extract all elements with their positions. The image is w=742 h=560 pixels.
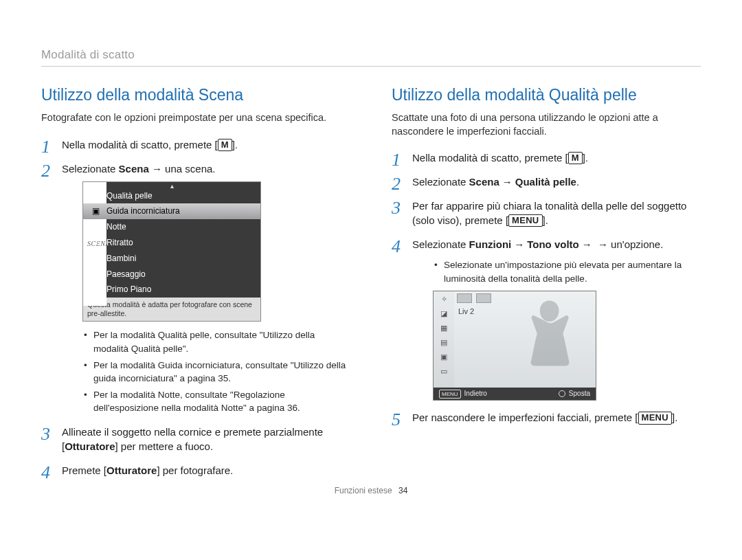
step-text: Selezionate (412, 238, 469, 250)
cam-bottom-bar: MENU Indietro Sposta (434, 388, 596, 400)
cam-back-label: Indietro (464, 389, 487, 399)
page-number: 34 (398, 486, 407, 495)
step-bold: Qualità pelle (515, 176, 576, 188)
night-icon: ◐ (90, 221, 101, 233)
step-text: Selezionate (412, 176, 469, 188)
page-footer: Funzioni estese 34 (0, 486, 742, 495)
steps-beauty: 1 Nella modalità di scatto, premete [M].… (392, 150, 701, 425)
header-divider (41, 66, 701, 67)
scene-menu-box: SCENE ▴ ✿Qualità pelle ▣Guida incornicia… (82, 181, 261, 322)
step-number: 1 (392, 148, 401, 172)
scene-item-paesaggio: ▲Paesaggio (83, 267, 260, 282)
mode-key-icon: M (568, 152, 583, 164)
note-item: Selezionate un'impostazione più elevata … (434, 258, 701, 285)
children-icon: ☻ (90, 253, 101, 265)
scene-item-label: Notte (106, 221, 126, 233)
note-item: Per la modalità Guida incorniciatura, co… (84, 359, 350, 385)
scene-item-ritratto: ☺Ritratto (83, 235, 260, 251)
scene-notes: Per la modalità Qualità pelle, consultat… (84, 328, 350, 414)
section-subtitle-beauty: Scattate una foto di una persona utilizz… (392, 111, 701, 138)
scene-item-label: Paesaggio (106, 269, 146, 280)
frame-guide-icon: ▣ (90, 205, 101, 217)
scene-item-label: Ritratto (106, 237, 133, 249)
step-2: 2 Selezionate Scena → una scena. SCENE (41, 161, 350, 415)
scene-menu-list: ▴ ✿Qualità pelle ▣Guida incorniciatura ◐… (83, 182, 260, 298)
column-beauty-mode: Utilizzo della modalità Qualità pelle Sc… (392, 86, 701, 487)
section-title-scene: Utilizzo della modalità Scena (41, 86, 350, 104)
step-bold: Scena (469, 176, 499, 188)
step-text: Nella modalità di scatto, premete [ (412, 152, 568, 164)
menu-key-icon: MENU (508, 214, 542, 227)
step-bold: Scena (119, 163, 149, 175)
beauty-notes: Selezionate un'impostazione più elevata … (434, 258, 701, 285)
scene-item-label: Qualità pelle (106, 190, 153, 202)
manual-page: Modalità di scatto Utilizzo della modali… (0, 0, 742, 508)
cam-move-label: Sposta (569, 389, 590, 399)
person-silhouette-icon (518, 297, 583, 379)
drive-icon: ▭ (438, 366, 450, 376)
step-text: ]. (672, 412, 677, 423)
column-scene-mode: Utilizzo della modalità Scena Fotografat… (41, 86, 350, 487)
step-3: 3 Per far apparire più chiara la tonalit… (392, 199, 701, 227)
step-number: 4 (392, 234, 401, 259)
step-text: Selezionate (62, 163, 119, 175)
shutter-key: Otturatore (106, 464, 157, 476)
step-text: ]. (543, 214, 548, 226)
dpad-icon (559, 390, 565, 397)
cam-move-segment: Sposta (559, 389, 590, 399)
scene-item-bambini: ☻Bambini (83, 251, 260, 267)
shutter-key: Otturatore (65, 440, 115, 452)
step-number: 5 (392, 407, 401, 432)
face-tone-icon: ✧ (438, 294, 450, 304)
step-text-end: ]. (232, 139, 238, 150)
step-number: 1 (41, 135, 50, 159)
step-4: 4 Premete [Otturatore] per fotografare. (41, 463, 350, 478)
scene-menu-body: SCENE ▴ ✿Qualità pelle ▣Guida incornicia… (83, 182, 260, 322)
step-4: 4 Selezionate Funzioni→Tono volto→ → un'… (392, 237, 701, 401)
step-text: → un'opzione. (595, 238, 664, 250)
scene-menu-screenshot: SCENE ▴ ✿Qualità pelle ▣Guida incornicia… (62, 181, 350, 322)
step-number: 3 (392, 196, 401, 221)
note-item: Per la modalità Notte, consultate "Regol… (84, 388, 350, 415)
level-label: Liv 2 (458, 306, 474, 317)
step-number: 2 (41, 159, 50, 183)
scene-item-guida-incorniciatura: ▣Guida incorniciatura (83, 203, 260, 219)
section-subtitle-scene: Fotografate con le opzioni preimpostate … (41, 111, 350, 125)
mode-key-icon: M (218, 139, 232, 151)
portrait-icon: ☺ (90, 237, 101, 249)
step-text: Nella modalità di scatto, premete [ (62, 139, 218, 150)
scene-item-label: Guida incorniciatura (106, 205, 180, 217)
macro-icon: ✿ (90, 284, 101, 295)
landscape-icon: ▲ (90, 269, 101, 280)
scene-item-qualita-pelle: ✿Qualità pelle (83, 188, 260, 204)
step-bold: Tono volto (527, 238, 579, 250)
cam-left-icons: ✧ ◪ ▦ ▤ ▣ ▭ (434, 291, 454, 388)
scene-menu-description: Questa modalità è adatta per fotografare… (83, 298, 260, 321)
wb-icon: ▤ (438, 337, 450, 347)
step-number: 4 (41, 460, 50, 485)
step-text: ] per fotografare. (157, 464, 233, 476)
breadcrumb: Modalità di scatto (41, 48, 701, 62)
menu-key-icon: MENU (638, 412, 672, 424)
note-item: Per la modalità Qualità pelle, consultat… (84, 328, 350, 355)
iso-icon: ▦ (438, 323, 450, 333)
scene-item-label: Primo Piano (106, 284, 151, 295)
beauty-icon: ✿ (90, 190, 101, 202)
level-icon: ◪ (438, 309, 450, 318)
scene-item-primo-piano: ✿Primo Piano (83, 282, 260, 298)
step-2: 2 Selezionate Scena→Qualità pelle. (392, 175, 701, 189)
footer-section: Funzioni estese (335, 486, 392, 495)
arrow-icon: → (511, 238, 527, 250)
step-text: → una scena. (149, 163, 216, 175)
step-text: ] per mettere a fuoco. (115, 440, 214, 452)
step-1: 1 Nella modalità di scatto, premete [M]. (41, 137, 350, 152)
step-text: Premete [ (62, 464, 106, 476)
step-5: 5 Per nascondere le imperfezioni faccial… (392, 410, 701, 425)
step-number: 2 (392, 172, 401, 197)
focus-icon: ▣ (438, 352, 450, 361)
step-text: Per nascondere le imperfezioni facciali,… (412, 412, 638, 423)
arrow-icon: → (579, 238, 595, 250)
cam-tab-icon (457, 293, 472, 303)
step-text: Per far apparire più chiara la tonalità … (412, 200, 686, 226)
arrow-icon: → (499, 176, 515, 188)
